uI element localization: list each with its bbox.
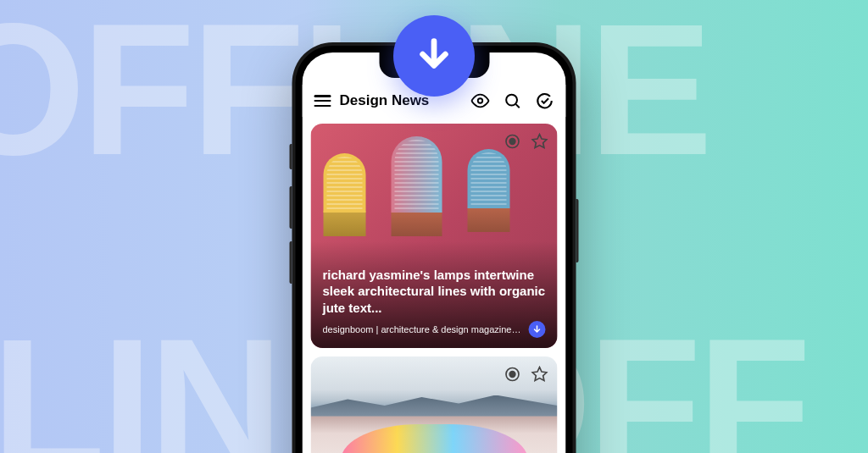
star-icon[interactable] — [531, 132, 549, 151]
downloaded-badge[interactable] — [529, 321, 546, 338]
article-info-overlay: richard yasmine's lamps intertwine sleek… — [311, 241, 558, 349]
star-icon[interactable] — [531, 365, 549, 384]
phone-volume-up — [290, 186, 292, 229]
read-status-icon[interactable] — [504, 365, 522, 384]
article-title: richard yasmine's lamps intertwine sleek… — [323, 267, 546, 317]
svg-point-9 — [509, 372, 515, 378]
header-actions — [471, 91, 554, 110]
article-source: designboom | architecture & design magaz… — [323, 324, 522, 334]
check-circle-icon[interactable] — [536, 91, 554, 110]
svg-point-5 — [509, 139, 515, 145]
svg-marker-10 — [532, 367, 547, 381]
phone-power-button — [576, 199, 579, 262]
article-card[interactable] — [311, 356, 558, 453]
svg-marker-6 — [532, 135, 547, 148]
read-status-icon[interactable] — [504, 132, 522, 151]
phone-mute-switch — [290, 144, 292, 169]
svg-line-3 — [516, 104, 520, 108]
phone-device-frame: Design News — [292, 42, 576, 453]
card-actions — [504, 365, 549, 384]
svg-point-2 — [506, 95, 517, 106]
app-viewport: Design News — [303, 52, 566, 453]
phone-volume-down — [290, 241, 292, 284]
eye-icon[interactable] — [471, 91, 490, 110]
phone-screen: Design News — [303, 52, 566, 453]
svg-point-1 — [478, 98, 483, 103]
search-icon[interactable] — [504, 91, 522, 110]
article-meta: designboom | architecture & design magaz… — [323, 321, 546, 338]
phone-bezel: Design News — [296, 46, 573, 453]
download-hero-badge — [393, 15, 475, 97]
article-feed[interactable]: richard yasmine's lamps intertwine sleek… — [303, 117, 566, 453]
card-actions — [504, 132, 549, 151]
article-card[interactable]: richard yasmine's lamps intertwine sleek… — [311, 124, 558, 348]
menu-icon[interactable] — [314, 95, 331, 107]
download-arrow-icon — [415, 35, 453, 77]
